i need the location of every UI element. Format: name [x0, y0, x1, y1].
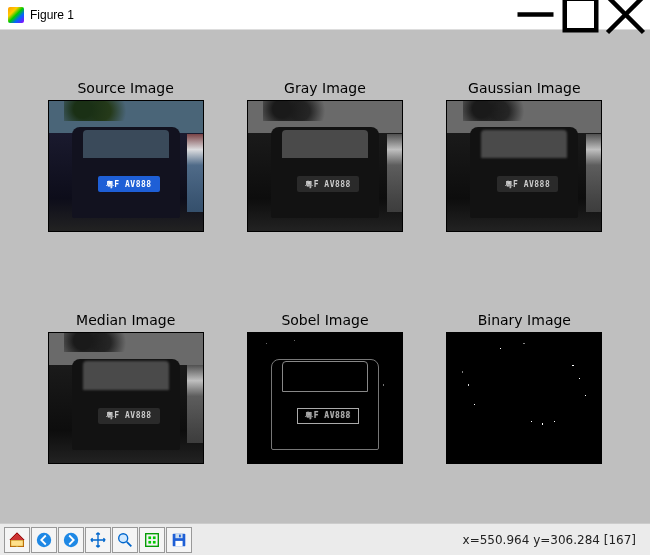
plate-text: 粤F AV888: [305, 179, 351, 190]
pan-button[interactable]: [85, 527, 111, 553]
subplot-sobel: Sobel Image 粤F AV888: [239, 312, 410, 504]
forward-button[interactable]: [58, 527, 84, 553]
plate-text: 粤F AV888: [106, 410, 152, 421]
subplot-title: Source Image: [77, 80, 173, 96]
svg-rect-16: [175, 540, 182, 545]
svg-rect-11: [153, 536, 156, 539]
image-source[interactable]: 粤F AV888: [48, 100, 204, 232]
home-button[interactable]: [4, 527, 30, 553]
window-titlebar: Figure 1: [0, 0, 650, 30]
figure-canvas[interactable]: Source Image 粤F AV888 Gray Image 粤F AV88…: [0, 30, 650, 523]
subplot-title: Gaussian Image: [468, 80, 581, 96]
subplot-title: Gray Image: [284, 80, 366, 96]
image-binary[interactable]: [446, 332, 602, 464]
subplot-title: Median Image: [76, 312, 175, 328]
maximize-button[interactable]: [558, 1, 603, 29]
svg-rect-12: [148, 540, 151, 543]
subplot-title: Sobel Image: [281, 312, 368, 328]
image-sobel[interactable]: 粤F AV888: [247, 332, 403, 464]
svg-line-8: [127, 541, 132, 546]
svg-rect-4: [11, 540, 24, 546]
save-button[interactable]: [166, 527, 192, 553]
subplot-gaussian: Gaussian Image 粤F AV888: [439, 80, 610, 272]
cursor-coordinates: x=550.964 y=306.284 [167]: [463, 533, 646, 547]
minimize-button[interactable]: [513, 1, 558, 29]
plate-text: 粤F AV888: [106, 179, 152, 190]
image-gray[interactable]: 粤F AV888: [247, 100, 403, 232]
svg-rect-1: [565, 0, 597, 30]
app-icon: [8, 7, 24, 23]
window-controls: [513, 1, 648, 29]
image-median[interactable]: 粤F AV888: [48, 332, 204, 464]
configure-button[interactable]: [139, 527, 165, 553]
nav-toolbar: x=550.964 y=306.284 [167]: [0, 523, 650, 555]
subplot-binary: Binary Image: [439, 312, 610, 504]
window-title: Figure 1: [30, 8, 513, 22]
subplot-gray: Gray Image 粤F AV888: [239, 80, 410, 272]
plate-text: 粤F AV888: [505, 179, 551, 190]
back-button[interactable]: [31, 527, 57, 553]
zoom-button[interactable]: [112, 527, 138, 553]
close-button[interactable]: [603, 1, 648, 29]
svg-point-5: [37, 532, 51, 546]
svg-rect-13: [153, 540, 156, 543]
svg-rect-10: [148, 536, 151, 539]
svg-rect-9: [146, 533, 159, 546]
svg-point-7: [119, 533, 128, 542]
svg-rect-17: [179, 534, 181, 537]
svg-point-6: [64, 532, 78, 546]
plate-text: 粤F AV888: [305, 410, 351, 421]
subplot-title: Binary Image: [478, 312, 571, 328]
image-gaussian[interactable]: 粤F AV888: [446, 100, 602, 232]
subplot-source: Source Image 粤F AV888: [40, 80, 211, 272]
subplot-median: Median Image 粤F AV888: [40, 312, 211, 504]
